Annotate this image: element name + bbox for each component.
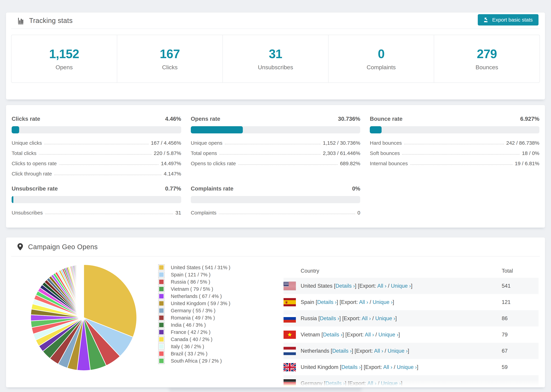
link-bracket: [ bbox=[316, 299, 317, 305]
stat-row-value: 1,152 / 30.736% bbox=[323, 140, 360, 146]
stat-opens: 1,152Opens bbox=[11, 35, 117, 83]
stat-row-value: 242 / 86.738% bbox=[506, 140, 540, 146]
dotted-leader bbox=[219, 154, 320, 155]
progress-bar-track bbox=[12, 126, 181, 133]
dotted-leader bbox=[404, 144, 504, 144]
bar-chart-icon bbox=[17, 17, 25, 24]
nl-flag-icon bbox=[283, 347, 296, 355]
details-link[interactable]: Details › bbox=[335, 283, 355, 289]
link-bracket: ] [Export: bbox=[355, 283, 377, 289]
page-title: Tracking stats bbox=[29, 17, 72, 24]
legend-swatch bbox=[158, 322, 165, 328]
details-link[interactable]: Details › bbox=[320, 315, 339, 321]
legend-label: Italy ( 36 / 2% ) bbox=[171, 344, 204, 350]
stat-row-label: Unique clicks bbox=[12, 140, 42, 146]
stat-row-value: 19 / 6.81% bbox=[515, 161, 539, 166]
link-bracket: / bbox=[383, 348, 388, 354]
legend-label: South Africa ( 29 / 2% ) bbox=[171, 358, 222, 364]
export-unique-link[interactable]: Unique › bbox=[391, 283, 411, 289]
country-total: 79 bbox=[502, 332, 508, 338]
details-link[interactable]: Details › bbox=[317, 299, 337, 305]
export-unique-link[interactable]: Unique › bbox=[381, 380, 401, 386]
legend-item-india[interactable]: India ( 46 / 3% ) bbox=[158, 321, 230, 329]
stat-row-label: Soft bounces bbox=[370, 150, 400, 156]
legend-swatch bbox=[158, 271, 165, 278]
stat-row: Complaints0 bbox=[191, 208, 360, 218]
link-bracket: ] [Export: bbox=[339, 315, 362, 321]
rate-value: 0% bbox=[352, 185, 360, 192]
link-bracket: / bbox=[392, 364, 397, 370]
rate-value: 30.736% bbox=[338, 116, 360, 122]
progress-bar-track bbox=[191, 196, 360, 203]
export-unique-link[interactable]: Unique › bbox=[378, 332, 398, 338]
export-all-link[interactable]: All › bbox=[374, 348, 383, 354]
stat-value: 279 bbox=[477, 47, 497, 61]
stat-row: Unsubscribes31 bbox=[12, 208, 181, 218]
table-row-spain: Spain [Details ›] [Export: All › / Uniqu… bbox=[283, 294, 538, 310]
link-bracket: / bbox=[371, 315, 375, 321]
export-unique-link[interactable]: Unique › bbox=[373, 299, 393, 305]
stat-row-value: 167 / 4.456% bbox=[151, 140, 181, 146]
legend-swatch bbox=[158, 343, 165, 350]
dotted-leader bbox=[59, 164, 158, 165]
stat-row-value: 31 bbox=[175, 210, 181, 216]
stat-row: Internal bounces19 / 6.81% bbox=[370, 158, 539, 169]
stat-row-label: Unsubscribes bbox=[12, 210, 43, 216]
legend-item-vietnam[interactable]: Vietnam ( 79 / 5% ) bbox=[158, 286, 230, 293]
details-link[interactable]: Details › bbox=[341, 364, 361, 370]
export-all-link[interactable]: All › bbox=[365, 332, 374, 338]
rate-title: Complaints rate bbox=[191, 185, 233, 192]
country-total: 86 bbox=[502, 315, 508, 322]
legend-item-spain[interactable]: Spain ( 121 / 7% ) bbox=[158, 271, 230, 278]
rate-block-bounce-rate: Bounce rate6.927%Hard bounces242 / 86.73… bbox=[370, 116, 539, 179]
link-bracket: / bbox=[376, 380, 381, 386]
legend-item-france[interactable]: France ( 42 / 2% ) bbox=[158, 329, 230, 336]
details-link[interactable]: Details › bbox=[323, 332, 342, 338]
stat-row: Total opens2,303 / 61.446% bbox=[191, 148, 360, 158]
table-row-united-kingdom: United Kingdom [Details ›] [Export: All … bbox=[283, 359, 538, 375]
legend-item-germany[interactable]: Germany ( 55 / 3% ) bbox=[158, 307, 230, 314]
link-bracket: ] bbox=[417, 364, 418, 370]
legend-item-united-states[interactable]: United States ( 541 / 31% ) bbox=[158, 264, 230, 271]
stat-row-label: Opens to clicks rate bbox=[191, 161, 236, 166]
table-row-netherlands: Netherlands [Details ›] [Export: All › /… bbox=[283, 343, 538, 359]
legend-item-united-kingdom[interactable]: United Kingdom ( 59 / 3% ) bbox=[158, 300, 230, 307]
link-bracket: [ bbox=[324, 380, 325, 386]
legend-item-russia[interactable]: Russia ( 86 / 5% ) bbox=[158, 278, 230, 286]
legend-item-netherlands[interactable]: Netherlands ( 67 / 4% ) bbox=[158, 293, 230, 300]
stat-row: Soft bounces18 / 0% bbox=[370, 148, 539, 158]
dotted-leader bbox=[402, 154, 520, 155]
country-name: Netherlands bbox=[301, 348, 331, 354]
export-all-link[interactable]: All › bbox=[383, 364, 392, 370]
export-all-link[interactable]: All › bbox=[377, 283, 386, 289]
stat-row: Unique opens1,152 / 30.736% bbox=[191, 138, 360, 148]
dotted-leader bbox=[238, 164, 338, 165]
geo-table-header: Country Total bbox=[283, 264, 538, 278]
stat-row-label: Total clicks bbox=[12, 150, 36, 156]
details-link[interactable]: Details › bbox=[332, 348, 352, 354]
export-unique-link[interactable]: Unique › bbox=[388, 348, 408, 354]
legend-swatch bbox=[158, 350, 165, 357]
link-bracket: [ bbox=[318, 315, 320, 321]
stat-row-value: 18 / 0% bbox=[522, 150, 539, 156]
export-basic-stats-button[interactable]: Export basic stats bbox=[478, 14, 538, 26]
stat-row-label: Hard bounces bbox=[370, 140, 402, 146]
legend-label: Germany ( 55 / 3% ) bbox=[171, 308, 215, 314]
export-all-link[interactable]: All › bbox=[359, 299, 368, 305]
export-unique-link[interactable]: Unique › bbox=[375, 315, 395, 321]
legend-item-canada[interactable]: Canada ( 40 / 2% ) bbox=[158, 336, 230, 343]
legend-item-brazil[interactable]: Brazil ( 33 / 2% ) bbox=[158, 350, 230, 357]
stat-label: Bounces bbox=[475, 64, 498, 71]
export-all-link[interactable]: All › bbox=[362, 315, 371, 321]
rate-block-complaints-rate: Complaints rate0%Complaints0 bbox=[191, 185, 360, 218]
export-unique-link[interactable]: Unique › bbox=[397, 364, 417, 370]
legend-item-south-africa[interactable]: South Africa ( 29 / 2% ) bbox=[158, 357, 230, 364]
details-link[interactable]: Details › bbox=[325, 380, 345, 386]
link-bracket: ] [Export: bbox=[337, 299, 359, 305]
link-bracket: ] bbox=[398, 332, 400, 338]
legend-item-romania[interactable]: Romania ( 49 / 3% ) bbox=[158, 314, 230, 321]
legend-item-italy[interactable]: Italy ( 36 / 2% ) bbox=[158, 343, 230, 350]
export-all-link[interactable]: All › bbox=[367, 380, 376, 386]
pie-slice-other-55[interactable] bbox=[84, 265, 84, 318]
legend-swatch bbox=[158, 293, 165, 300]
